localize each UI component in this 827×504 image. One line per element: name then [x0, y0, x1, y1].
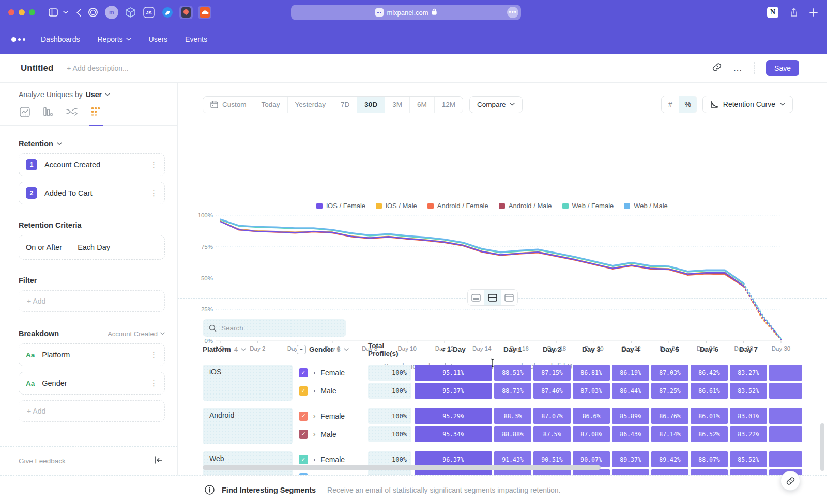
table-search-input[interactable] — [221, 324, 325, 332]
tab-insights[interactable] — [20, 107, 30, 125]
column-header-platform[interactable]: Platform4 — [203, 345, 297, 353]
criteria-type[interactable]: On or After — [26, 243, 62, 251]
retention-value-cell[interactable]: 87.25% — [651, 383, 688, 399]
url-bar[interactable]: mixpanel.com ••• — [291, 5, 521, 20]
retention-value-cell[interactable]: 83.52% — [730, 383, 767, 399]
unit-toggle-absolute[interactable]: # — [662, 96, 679, 113]
retention-value-cell[interactable]: 86.81% — [573, 365, 610, 381]
tab-funnels[interactable] — [43, 107, 53, 125]
retention-value-cell[interactable]: 83.22% — [730, 426, 767, 442]
row-checkbox[interactable]: ✓ — [299, 455, 308, 464]
extension-bird-icon[interactable] — [161, 6, 174, 19]
retention-value-cell[interactable]: 83.01% — [730, 408, 767, 424]
retention-value-cell[interactable]: 87.15% — [533, 365, 571, 381]
column-header-day[interactable]: Day 5 — [651, 345, 688, 353]
extension-cloud-icon[interactable] — [198, 6, 211, 19]
column-header-day[interactable]: Day 7 — [730, 345, 767, 353]
range-button-3m[interactable]: 3M — [385, 97, 410, 113]
retention-value-cell[interactable]: 88.73% — [494, 383, 531, 399]
range-button-today[interactable]: Today — [254, 97, 288, 113]
range-button-custom[interactable]: Custom — [203, 97, 254, 113]
add-filter-button[interactable]: + Add — [19, 290, 165, 312]
share-link-floating-button[interactable] — [780, 471, 800, 491]
extension-ring-icon[interactable] — [86, 6, 100, 19]
retention-value-cell[interactable]: 87.03% — [573, 383, 610, 399]
share-icon[interactable] — [790, 8, 798, 17]
kebab-menu-icon[interactable]: ⋮ — [150, 350, 158, 359]
retention-value-cell[interactable]: 85.52% — [730, 451, 767, 467]
retention-step-card[interactable]: 1Account Created⋮ — [19, 153, 165, 176]
expand-chevron-icon[interactable]: › — [313, 430, 315, 438]
page-title[interactable]: Untitled — [21, 63, 53, 73]
retention-value-cell[interactable]: 89.37% — [612, 451, 649, 467]
retention-value-cell[interactable]: 95.29% — [415, 408, 492, 424]
breakdown-card[interactable]: AaPlatform⋮ — [19, 343, 165, 366]
retention-value-cell[interactable] — [769, 383, 802, 399]
retention-value-cell[interactable] — [494, 469, 531, 475]
column-header-day[interactable]: Day 6 — [691, 345, 728, 353]
browser-sidebar-toggle-icon[interactable] — [49, 8, 58, 17]
url-options-icon[interactable]: ••• — [507, 7, 518, 18]
back-icon[interactable] — [76, 9, 81, 17]
retention-value-cell[interactable]: 88.51% — [494, 365, 531, 381]
add-description-button[interactable]: + Add description... — [67, 64, 128, 72]
retention-value-cell[interactable]: 88.3% — [494, 408, 531, 424]
column-header-day[interactable]: Day 1 — [494, 345, 531, 353]
kebab-menu-icon[interactable]: ⋮ — [150, 160, 158, 169]
row-checkbox[interactable]: ✓ — [299, 412, 308, 421]
range-button-yesterday[interactable]: Yesterday — [288, 97, 334, 113]
retention-value-cell[interactable] — [769, 408, 802, 424]
extension-js-icon[interactable]: JS — [142, 6, 156, 19]
retention-value-cell[interactable]: 95.34% — [415, 426, 492, 442]
close-window-button[interactable] — [8, 9, 14, 15]
tab-flows[interactable] — [66, 107, 78, 125]
retention-value-cell[interactable]: 89.42% — [651, 451, 688, 467]
retention-value-cell[interactable]: 86.01% — [691, 408, 728, 424]
retention-section-heading[interactable]: Retention — [19, 139, 165, 148]
kebab-menu-icon[interactable]: ⋮ — [150, 379, 158, 388]
copy-link-icon[interactable] — [712, 62, 722, 74]
range-button-7d[interactable]: 7D — [333, 97, 357, 113]
select-all-checkbox[interactable]: – — [297, 345, 306, 354]
nav-item-events[interactable]: Events — [185, 35, 207, 43]
legend-item[interactable]: iOS / Male — [376, 202, 417, 210]
give-feedback-link[interactable]: Give Feedback — [19, 457, 66, 465]
retention-value-cell[interactable] — [769, 426, 802, 442]
retention-value-cell[interactable]: 86.42% — [691, 365, 728, 381]
more-options-icon[interactable]: … — [733, 62, 743, 73]
retention-value-cell[interactable]: 86.6% — [573, 408, 610, 424]
retention-value-cell[interactable] — [651, 469, 688, 475]
retention-criteria-card[interactable]: On or After Each Day — [19, 235, 165, 260]
retention-value-cell[interactable]: 86.52% — [691, 426, 728, 442]
nav-item-reports[interactable]: Reports — [98, 35, 131, 43]
retention-value-cell[interactable]: 86.61% — [691, 383, 728, 399]
retention-value-cell[interactable]: 87.46% — [533, 383, 571, 399]
table-search[interactable] — [203, 319, 346, 337]
unit-toggle-percent[interactable]: % — [679, 96, 697, 113]
retention-value-cell[interactable]: 87.03% — [651, 365, 688, 381]
kebab-menu-icon[interactable]: ⋮ — [150, 188, 158, 198]
retention-value-cell[interactable] — [573, 469, 610, 475]
chart-type-selector[interactable]: Retention Curve — [702, 96, 793, 113]
range-button-12m[interactable]: 12M — [435, 97, 463, 113]
compare-button[interactable]: Compare — [469, 96, 523, 113]
retention-value-cell[interactable] — [533, 469, 571, 475]
retention-value-cell[interactable]: 87.5% — [533, 426, 571, 442]
mixpanel-logo-icon[interactable] — [11, 37, 25, 42]
expand-chevron-icon[interactable]: › — [313, 387, 315, 395]
retention-value-cell[interactable]: 86.44% — [612, 383, 649, 399]
retention-value-cell[interactable]: 86.76% — [651, 408, 688, 424]
column-header-day[interactable]: < 1 Day — [415, 345, 492, 353]
notion-extension-icon[interactable]: N — [767, 7, 778, 18]
retention-value-cell[interactable]: 88.88% — [494, 426, 531, 442]
criteria-interval[interactable]: Each Day — [78, 243, 110, 251]
row-checkbox[interactable]: ✓ — [299, 386, 308, 396]
retention-value-cell[interactable]: 95.37% — [415, 383, 492, 399]
breakdown-card[interactable]: AaGender⋮ — [19, 372, 165, 395]
nav-item-dashboards[interactable]: Dashboards — [41, 35, 80, 43]
legend-item[interactable]: Android / Female — [427, 202, 488, 210]
expand-chevron-icon[interactable]: › — [313, 412, 315, 420]
range-button-6m[interactable]: 6M — [410, 97, 435, 113]
range-button-30d[interactable]: 30D — [357, 97, 385, 113]
save-button[interactable]: Save — [766, 60, 799, 76]
